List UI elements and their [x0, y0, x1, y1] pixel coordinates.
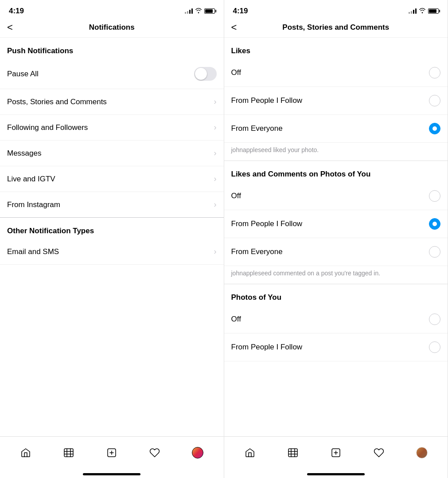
radio-lc-follow[interactable]: From People I Follow	[224, 210, 448, 238]
chevron-icon: ›	[214, 97, 217, 106]
radio-circle-likes-follow[interactable]	[429, 95, 440, 106]
nav-header-right: < Posts, Stories and Comments	[224, 20, 448, 38]
section-header-push: Push Notifications	[0, 38, 224, 59]
menu-item-live-igtv[interactable]: Live and IGTV ›	[0, 166, 224, 192]
messages-label: Messages	[7, 149, 41, 158]
radio-circle-py-off[interactable]	[429, 313, 440, 325]
content-left: Push Notifications Pause All Posts, Stor…	[0, 38, 224, 436]
section-header-likes-comments: Likes and Comments on Photos of You	[224, 161, 448, 182]
toggle-knob	[195, 68, 207, 80]
radio-likes-everyone[interactable]: From Everyone	[224, 115, 448, 143]
from-instagram-label: From Instagram	[7, 200, 60, 209]
radio-lc-off[interactable]: Off	[224, 182, 448, 210]
pause-all-label: Pause All	[7, 70, 39, 78]
menu-item-posts-stories[interactable]: Posts, Stories and Comments ›	[0, 89, 224, 115]
chevron-icon: ›	[214, 149, 217, 158]
radio-circle-lc-everyone[interactable]	[429, 246, 440, 258]
content-right: Likes Off From People I Follow From Ever…	[224, 38, 448, 436]
pause-all-right	[194, 67, 217, 81]
radio-likes-follow[interactable]: From People I Follow	[224, 87, 448, 115]
home-icon-right	[244, 447, 256, 458]
pause-all-toggle[interactable]	[194, 67, 217, 81]
radio-py-follow[interactable]: From People I Follow	[224, 333, 448, 361]
status-icons-left	[185, 8, 215, 15]
page-title-right: Posts, Stories and Comments	[282, 23, 389, 32]
radio-py-off[interactable]: Off	[224, 306, 448, 333]
radio-likes-off[interactable]: Off	[224, 59, 448, 87]
lc-preview: johnappleseed commented on a post you're…	[224, 266, 448, 284]
likes-follow-label: From People I Follow	[231, 96, 303, 105]
reels-icon-right	[287, 447, 299, 458]
home-indicator-right	[307, 473, 365, 475]
py-follow-label: From People I Follow	[231, 343, 303, 352]
home-indicator-left	[83, 473, 140, 475]
email-sms-label: Email and SMS	[7, 247, 59, 256]
menu-item-from-instagram[interactable]: From Instagram ›	[0, 192, 224, 218]
page-title-left: Notifications	[89, 23, 135, 32]
section-header-likes: Likes	[224, 38, 448, 59]
time-right: 4:19	[233, 7, 248, 16]
py-off-label: Off	[231, 315, 241, 324]
wifi-icon	[195, 8, 202, 15]
chevron-icon: ›	[214, 200, 217, 209]
following-followers-label: Following and Followers	[7, 123, 88, 132]
menu-item-following-followers[interactable]: Following and Followers ›	[0, 115, 224, 141]
nav-home-left[interactable]	[16, 443, 35, 462]
signal-icon	[185, 8, 193, 14]
nav-reels-left[interactable]	[59, 443, 78, 462]
nav-plus-right[interactable]	[327, 443, 345, 462]
menu-item-pause-all[interactable]: Pause All	[0, 59, 224, 89]
nav-reels-right[interactable]	[284, 443, 302, 462]
bottom-nav-left	[0, 436, 224, 473]
left-panel: 4:19 < Notifications	[0, 0, 224, 478]
nav-home-right[interactable]	[241, 443, 259, 462]
radio-circle-likes-everyone[interactable]	[429, 123, 440, 134]
likes-everyone-label: From Everyone	[231, 124, 283, 133]
likes-preview: johnappleseed liked your photo.	[224, 143, 448, 161]
menu-item-email-sms[interactable]: Email and SMS ›	[0, 239, 224, 265]
nav-plus-left[interactable]	[102, 443, 121, 462]
radio-circle-likes-off[interactable]	[429, 67, 440, 78]
chevron-icon: ›	[214, 174, 217, 184]
lc-everyone-label: From Everyone	[231, 247, 283, 256]
menu-item-messages[interactable]: Messages ›	[0, 141, 224, 166]
svg-rect-0	[64, 449, 73, 457]
posts-stories-right: ›	[214, 97, 217, 106]
plus-icon	[106, 447, 117, 458]
nav-heart-right[interactable]	[370, 443, 388, 462]
following-followers-right: ›	[214, 123, 217, 132]
back-button-right[interactable]: <	[231, 22, 237, 33]
right-panel: 4:19 < Posts, Stories and Comments	[224, 0, 448, 478]
avatar-left	[192, 447, 203, 458]
svg-rect-2	[288, 449, 297, 457]
messages-right: ›	[214, 149, 217, 158]
radio-lc-everyone[interactable]: From Everyone	[224, 238, 448, 266]
battery-icon	[204, 8, 215, 14]
nav-profile-left[interactable]	[188, 443, 207, 462]
lc-follow-label: From People I Follow	[231, 219, 303, 228]
avatar-right	[416, 447, 428, 458]
wifi-icon-right	[419, 8, 426, 15]
nav-header-left: < Notifications	[0, 20, 224, 38]
live-igtv-label: Live and IGTV	[7, 175, 55, 184]
home-icon	[20, 447, 31, 458]
heart-icon-right	[373, 447, 385, 458]
nav-heart-left[interactable]	[145, 443, 164, 462]
posts-stories-label: Posts, Stories and Comments	[7, 98, 107, 106]
live-igtv-right: ›	[214, 174, 217, 184]
radio-circle-py-follow[interactable]	[429, 341, 440, 353]
section-header-photos-of-you: Photos of You	[224, 284, 448, 306]
nav-profile-right[interactable]	[413, 443, 431, 462]
likes-off-label: Off	[231, 68, 241, 77]
reels-icon	[63, 447, 74, 458]
radio-circle-lc-follow[interactable]	[429, 218, 440, 230]
back-button-left[interactable]: <	[7, 22, 13, 33]
status-bar-right: 4:19	[224, 0, 448, 20]
status-bar-left: 4:19	[0, 0, 224, 20]
chevron-icon: ›	[214, 247, 217, 256]
heart-icon	[149, 447, 160, 458]
bottom-nav-right	[224, 436, 448, 473]
plus-icon-right	[330, 447, 342, 458]
battery-icon-right	[428, 8, 439, 14]
radio-circle-lc-off[interactable]	[429, 190, 440, 202]
